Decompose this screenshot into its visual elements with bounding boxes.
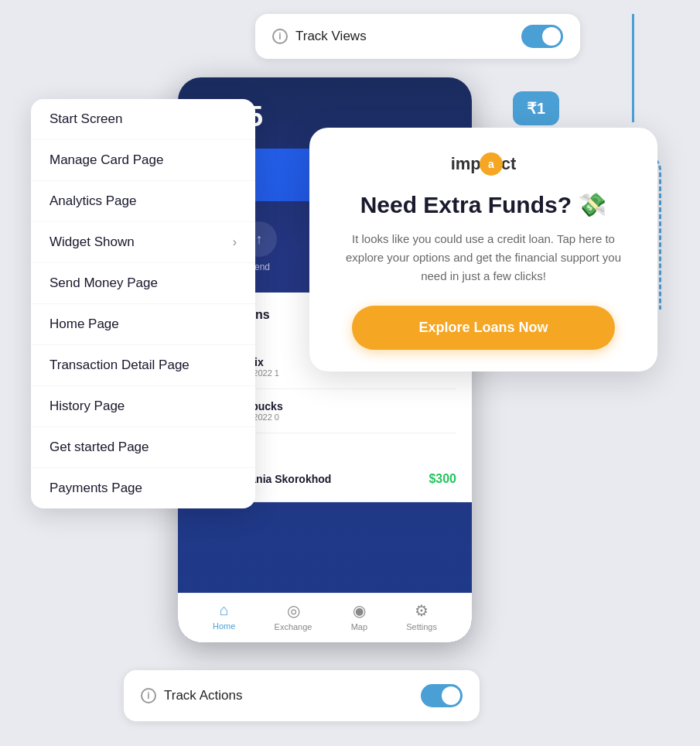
nav-settings[interactable]: ⚙ Settings — [406, 601, 437, 631]
track-actions-label: Track Actions — [164, 688, 242, 703]
track-views-left: i Track Views — [272, 29, 367, 44]
melania-amount: $300 — [429, 472, 456, 486]
home-icon: ⌂ — [220, 601, 229, 619]
track-actions-toggle[interactable] — [421, 684, 463, 707]
nav-home-label: Home — [213, 621, 235, 631]
menu-label-history: History Page — [50, 399, 125, 414]
menu-label-manage-card: Manage Card Page — [50, 152, 163, 168]
impact-circle: a — [480, 152, 503, 176]
menu-label-payments: Payments Page — [50, 481, 142, 496]
menu-label-widget-shown: Widget Shown — [50, 234, 135, 250]
track-actions-left: i Track Actions — [141, 688, 242, 703]
menu-label-transaction-detail: Transaction Detail Page — [50, 358, 190, 373]
settings-icon: ⚙ — [415, 601, 429, 620]
menu-label-home: Home Page — [50, 317, 119, 332]
nav-exchange[interactable]: ◎ Exchange — [275, 601, 312, 631]
menu-item-transaction-detail[interactable]: Transaction Detail Page — [31, 345, 255, 386]
track-actions-toggle-knob — [442, 686, 460, 705]
info-icon: i — [272, 29, 288, 44]
nav-settings-label: Settings — [406, 622, 437, 631]
map-icon: ◉ — [353, 601, 366, 620]
nav-exchange-label: Exchange — [275, 622, 312, 631]
starbucks-info: Starbucks Jul 3, 2022 0 — [230, 400, 456, 422]
menu-label-send-money: Send Money Page — [50, 275, 158, 291]
widget-description: It looks like you could use a credit loa… — [333, 230, 634, 286]
menu-item-start-screen[interactable]: Start Screen — [31, 99, 255, 140]
track-views-bar: i Track Views — [255, 14, 580, 59]
explore-loans-button[interactable]: Explore Loans Now — [352, 306, 615, 350]
track-actions-info-icon: i — [141, 688, 156, 703]
melania-info: Melania Skorokhod — [232, 473, 429, 485]
menu-item-get-started[interactable]: Get started Page — [31, 427, 255, 468]
melania-name: Melania Skorokhod — [232, 473, 429, 485]
widget-title: Need Extra Funds? 💸 — [333, 191, 634, 219]
menu-label-get-started: Get started Page — [50, 440, 149, 455]
exchange-icon: ◎ — [287, 601, 300, 620]
impact-widget: imp a ct Need Extra Funds? 💸 It looks li… — [309, 128, 657, 371]
bottom-nav: ⌂ Home ◎ Exchange ◉ Map ⚙ Settings — [178, 593, 472, 642]
connector-line-right — [632, 14, 634, 122]
sidebar-menu: Start Screen Manage Card Page Analytics … — [31, 99, 255, 508]
menu-item-home[interactable]: Home Page — [31, 304, 255, 345]
nav-map-label: Map — [351, 622, 367, 631]
track-views-toggle[interactable] — [521, 25, 563, 48]
chevron-right-icon: › — [233, 235, 237, 249]
menu-item-history[interactable]: History Page — [31, 386, 255, 427]
track-views-label: Track Views — [295, 29, 367, 44]
nav-map[interactable]: ◉ Map — [351, 601, 367, 631]
toggle-knob — [542, 27, 561, 46]
menu-label-analytics: Analytics Page — [50, 193, 136, 209]
impact-logo-text-start: imp — [451, 154, 481, 174]
menu-item-analytics[interactable]: Analytics Page — [31, 181, 255, 222]
starbucks-date: Jul 3, 2022 0 — [230, 412, 456, 422]
menu-item-send-money[interactable]: Send Money Page — [31, 263, 255, 304]
track-actions-bar: i Track Actions — [124, 670, 480, 721]
menu-label-start-screen: Start Screen — [50, 111, 123, 127]
nav-home[interactable]: ⌂ Home — [213, 601, 235, 631]
starbucks-name: Starbucks — [230, 400, 456, 412]
menu-item-widget-shown[interactable]: Widget Shown › — [31, 222, 255, 263]
impact-logo: imp a ct — [333, 152, 634, 176]
menu-item-payments[interactable]: Payments Page — [31, 468, 255, 508]
rupee-badge: ₹1 — [513, 91, 559, 125]
menu-item-manage-card[interactable]: Manage Card Page — [31, 140, 255, 181]
impact-logo-text-end: ct — [501, 154, 517, 174]
